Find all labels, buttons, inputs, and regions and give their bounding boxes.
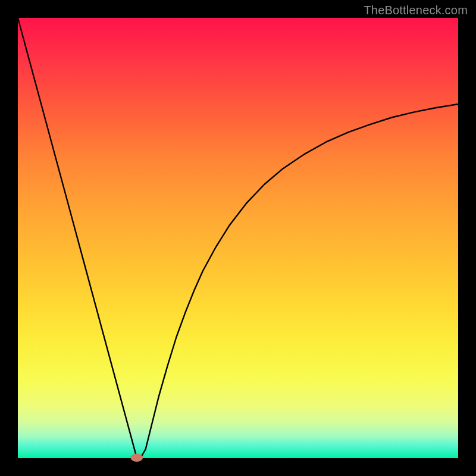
plot-area [18,18,458,458]
minimum-marker [130,454,143,462]
watermark-text: TheBottleneck.com [364,4,468,17]
chart-frame: TheBottleneck.com [0,0,476,476]
bottleneck-curve [18,18,458,458]
curve-layer [18,18,458,458]
